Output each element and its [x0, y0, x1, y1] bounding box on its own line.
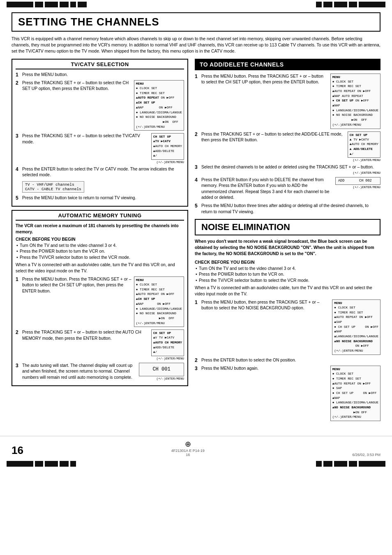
content-area: SETTING THE CHANNELS This VCR is equippe… [0, 9, 392, 432]
noise-step-3-content: 3 Press the MENU button again. MENU ● CL… [195, 366, 380, 421]
step-3-text: Press the TRACKING SET + or – button to … [22, 133, 149, 145]
main-title: SETTING THE CHANNELS [18, 16, 159, 28]
ad-step-1-text: Press the MENU button. Press the TRACKIN… [201, 74, 328, 85]
tv-catv-section: TV/CATV SELECTION 1 Press the MENU butto… [12, 59, 188, 207]
add-ch: CH 002 [359, 179, 372, 183]
step-5-text: Press the MENU button twice to return to… [22, 195, 184, 201]
step-number: 1 [195, 74, 200, 79]
auto-memory-section: AUTOMATIC MEMORY TUNING The VCR can rece… [12, 210, 188, 386]
amt-step-2-content: 2 Press the TRACKING SET + or – button t… [16, 329, 184, 360]
ch-set-up-menu: CH SET UP ▲TV ▶CATV ▲AUTO CH MEMORY ▲ADD… [151, 133, 184, 164]
step-1: 1 Press the MENU button. [16, 72, 184, 78]
amt-step-3-text: The auto tuning will start. The channel … [22, 363, 136, 380]
auto-memory-subtitle: The VCR can receive a maximum of 181 cha… [16, 223, 184, 235]
amt-step-1-text: Press the MENU button. Press the TRACKIN… [22, 276, 131, 294]
amt-step-1: 1 Press the MENU button. Press the TRACK… [16, 276, 184, 327]
step-1-content: Press the MENU button. [22, 72, 184, 78]
ad-step-1-content: 1 Press the MENU button. Press the TRACK… [195, 74, 380, 129]
deco-bar [349, 461, 357, 467]
ad-step-2: 2 Press the TRACKING SET + or – button t… [195, 131, 380, 162]
step-1-text: Press the MENU button. [22, 72, 68, 77]
deco-bar [70, 461, 76, 467]
check-before-title: CHECK BEFORE YOU BEGIN [16, 237, 184, 242]
step-5: 5 Press the MENU button twice to return … [16, 195, 184, 201]
add-ch-display: ADD CH 002 (+/-)ENTER/MENU [335, 177, 380, 189]
deco-bar [334, 461, 347, 467]
noise-step-3: 3 Press the MENU button again. MENU ● CL… [195, 366, 380, 421]
amt-step-2: 2 Press the TRACKING SET + or – button t… [16, 329, 184, 360]
check-items: Turn ON the TV and set to the video chan… [16, 243, 184, 260]
noise-step-1-content: 1 Press the MENU button, then press the … [195, 299, 380, 355]
ad-step-4-text: Press the ENTER button if you wish to DE… [201, 177, 333, 201]
deco-bar [70, 2, 76, 7]
deco-bar [35, 461, 43, 467]
noise-check-3: Press the TV/VCR selector button to sele… [195, 278, 380, 283]
step-number: 3 [16, 363, 21, 368]
ad-step-2-text: Press the TRACKING SET + or – button to … [201, 131, 345, 143]
step-3-content: 3 Press the TRACKING SET + or – button t… [16, 133, 184, 164]
ad-ch-menu: CH SET UP ▲ TV ▶CATV ▲AUTO CH MEMORY ▲ A… [348, 131, 380, 162]
deco-bar [334, 2, 347, 7]
deco-bar [45, 2, 58, 7]
tv-catv-title: TV/CATV SELECTION [16, 61, 184, 69]
amt-step-1-content: 1 Press the MENU button. Press the TRACK… [16, 276, 184, 327]
step-4: 4 Press the ENTER button to select the T… [16, 166, 184, 193]
step-number: 1 [16, 276, 21, 282]
deco-bar [45, 461, 58, 467]
ch-001-display: CH 001 (+/-)ENTER/MENU [139, 363, 184, 380]
step-number: 2 [195, 357, 200, 363]
ad-step-5: 5 Press the MENU button three times afte… [195, 203, 380, 215]
step-number: 3 [195, 366, 200, 371]
auto-memory-title: AUTOMATIC MEMORY TUNING [16, 212, 184, 221]
step-2-text: Press the TRACKING SET + or – button to … [22, 80, 131, 92]
deco-bar [316, 2, 322, 7]
top-decorative-bars [0, 0, 392, 9]
footer-date: 6/26/02, 3:53 PM [352, 453, 380, 457]
main-title-box: SETTING THE CHANNELS [12, 12, 380, 32]
deco-bar [7, 461, 33, 467]
step-number: 5 [195, 203, 200, 209]
deco-bar [7, 2, 33, 7]
noise-step-1: 1 Press the MENU button, then press the … [195, 299, 380, 355]
deco-bar [78, 2, 87, 7]
left-column: TV/CATV SELECTION 1 Press the MENU butto… [12, 59, 188, 424]
right-column: TO ADD/DELETE CHANNELS 1 Press the MENU … [195, 59, 380, 424]
ad-step-4-content: 4 Press the ENTER button if you wish to … [195, 177, 380, 201]
footer: 16 ⊕ 4F21301A E P14-19 16 6/26/02, 3:53 … [0, 436, 392, 459]
ad-step-3: 3 Select the desired channels to be adde… [195, 164, 380, 174]
footer-code: 4F21301A E P14-19 [171, 449, 205, 453]
ad-step-1: 1 Press the MENU button. Press the TRACK… [195, 74, 380, 129]
step-number: 1 [16, 72, 21, 78]
deco-bar [359, 2, 385, 7]
noise-step-2: 2 Press the ENTER button to select the O… [195, 357, 380, 363]
step-2-content: 2 Press the TRACKING SET + or – button t… [16, 80, 184, 131]
noise-intro: When you don't want to receive a weak si… [195, 239, 380, 257]
add-delete-title-box: TO ADD/DELETE CHANNELS [195, 59, 380, 70]
noise-step-2-text: Press the ENTER button to select the ON … [201, 357, 380, 363]
step-number: 2 [195, 131, 200, 137]
add-delete-title: TO ADD/DELETE CHANNELS [200, 61, 284, 68]
check-item-1: Turn ON the TV and set to the video chan… [16, 243, 184, 249]
menu-display-1: MENU ● CLOCK SET ● TIMER REC SET ▲AUTO R… [134, 80, 184, 131]
deco-bar [316, 461, 322, 467]
auto-memory-note: When a TV is connected with an audio/vid… [16, 262, 184, 274]
noise-step-3-text: Press the MENU button again. [201, 366, 328, 371]
amt-step-3-content: 3 The auto tuning will start. The channe… [16, 363, 184, 380]
amt-ch-menu: CH SET UP ▲V TV ▶CATV ▲AUTO CH MEMORY ▲A… [151, 329, 184, 360]
footer-center: ⊕ 4F21301A E P14-19 16 [171, 440, 205, 457]
deco-bar [349, 2, 357, 7]
noise-check-title: CHECK BEFORE YOU BEGIN [195, 260, 380, 265]
step-number: 3 [195, 164, 200, 170]
deco-bar [60, 461, 69, 467]
step-number: 1 [195, 299, 200, 305]
deco-bar [359, 461, 385, 467]
noise-menu-2: MENU ● CLOCK SET ● TIMER REC SET ▲AUTO R… [330, 366, 380, 421]
noise-title: NOISE ELIMINATION [201, 222, 290, 232]
ad-step-4: 4 Press the ENTER button if you wish to … [195, 177, 380, 201]
step-4-text: Press the ENTER button to select the TV … [22, 166, 184, 178]
noise-check-items: Turn ON the TV and set to the video chan… [195, 266, 380, 283]
step-number: 3 [16, 133, 21, 139]
noise-menu-1: MENU ● CLOCK SET ● TIMER REC SET ▲AUTO R… [332, 299, 380, 355]
amt-step-2-text: Press the TRACKING SET + or – button to … [22, 329, 149, 341]
deco-bar [323, 2, 332, 7]
